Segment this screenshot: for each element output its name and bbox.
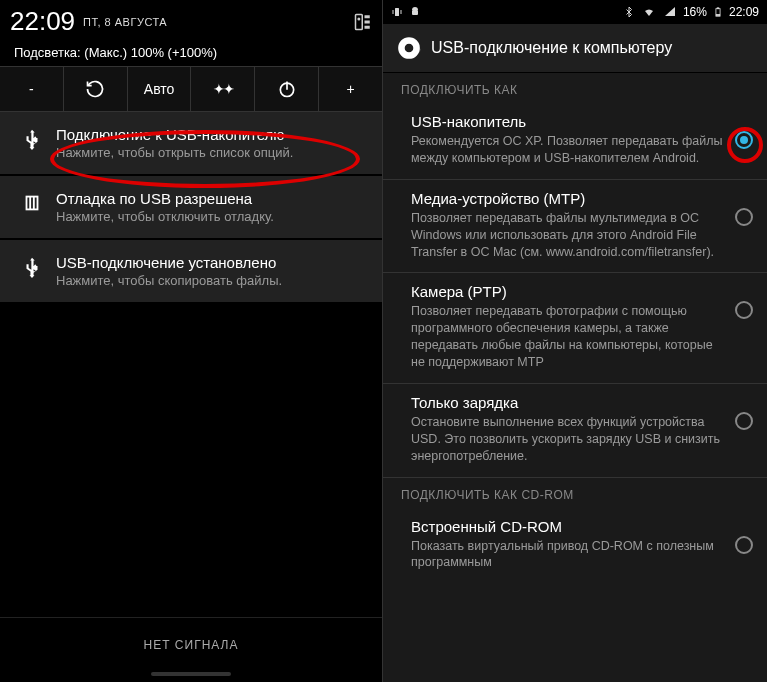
option-title: USB-накопитель: [411, 113, 725, 130]
refresh-button[interactable]: [64, 67, 128, 111]
svg-rect-19: [717, 8, 719, 9]
option-desc: Позволяет передавать фотографии с помощь…: [411, 303, 725, 371]
notification-subtitle: Нажмите, чтобы отключить отладку.: [56, 209, 370, 224]
notification-subtitle: Нажмите, чтобы скопировать файлы.: [56, 273, 370, 288]
wifi-icon: [641, 6, 657, 18]
stars-button[interactable]: ✦✦: [191, 67, 255, 111]
section-header: ПОДКЛЮЧИТЬ КАК: [383, 73, 767, 103]
notification-list: Подключение к USB-накопителю Нажмите, чт…: [0, 112, 382, 302]
svg-rect-14: [412, 10, 418, 15]
option-desc: Позволяет передавать файлы мультимедиа в…: [411, 210, 725, 261]
page-title: USB-подключение к компьютеру: [431, 39, 672, 57]
radio-button[interactable]: [735, 536, 753, 554]
contacts-icon[interactable]: [354, 13, 372, 31]
option-title: Только зарядка: [411, 394, 725, 411]
vibrate-icon: [391, 6, 403, 18]
signal-icon: [663, 6, 677, 18]
svg-rect-10: [35, 198, 37, 209]
battery-percent: 16%: [683, 5, 707, 19]
bluetooth-icon: [623, 5, 635, 19]
radio-button[interactable]: [735, 131, 753, 149]
svg-rect-11: [395, 8, 399, 16]
svg-rect-9: [31, 198, 33, 209]
option-title: Медиа-устройство (MTP): [411, 190, 725, 207]
minus-button[interactable]: -: [0, 67, 64, 111]
svg-rect-2: [365, 15, 370, 18]
notification-item[interactable]: Отладка по USB разрешена Нажмите, чтобы …: [0, 176, 382, 238]
power-icon: [277, 79, 297, 99]
radio-button[interactable]: [735, 208, 753, 226]
option-mtp[interactable]: Медиа-устройство (MTP) Позволяет передав…: [383, 180, 767, 274]
android-icon: [409, 6, 421, 18]
option-desc: Рекомендуется ОС XP. Позволяет передават…: [411, 133, 725, 167]
svg-point-22: [405, 44, 413, 52]
plus-button[interactable]: +: [319, 67, 382, 111]
date-label: ПТ, 8 АВГУСТА: [83, 16, 167, 28]
notification-title: Подключение к USB-накопителю: [56, 126, 370, 143]
radio-button[interactable]: [735, 301, 753, 319]
drag-handle[interactable]: [151, 672, 231, 676]
no-signal-label: НЕТ СИГНАЛА: [0, 617, 382, 672]
usb-icon: [12, 254, 52, 278]
svg-rect-3: [365, 20, 370, 23]
notification-title: USB-подключение установлено: [56, 254, 370, 271]
svg-rect-0: [356, 14, 363, 29]
brightness-line: Подсветка: (Макс.) 100% (+100%): [0, 39, 382, 66]
status-bar-left: 22:09 ПТ, 8 АВГУСТА: [0, 0, 382, 39]
right-phone-settings: 16% 22:09 USB-подключение к компьютеру П…: [383, 0, 767, 682]
option-title: Встроенный CD-ROM: [411, 518, 725, 535]
battery-icon: [713, 5, 723, 19]
auto-button[interactable]: Авто: [128, 67, 192, 111]
left-phone-notification-shade: 22:09 ПТ, 8 АВГУСТА Подсветка: (Макс.) 1…: [0, 0, 383, 682]
gear-icon[interactable]: [395, 34, 423, 62]
power-button[interactable]: [255, 67, 319, 111]
stars-icon: ✦✦: [213, 81, 233, 97]
svg-point-1: [357, 17, 360, 20]
brightness-toolbar: - Авто ✦✦ +: [0, 66, 382, 112]
notification-item[interactable]: USB-подключение установлено Нажмите, что…: [0, 240, 382, 302]
radio-button[interactable]: [735, 412, 753, 430]
svg-rect-8: [27, 198, 29, 209]
notification-title: Отладка по USB разрешена: [56, 190, 370, 207]
option-cdrom[interactable]: Встроенный CD-ROM Показать виртуальный п…: [383, 508, 767, 584]
option-title: Камера (PTP): [411, 283, 725, 300]
svg-rect-4: [365, 25, 370, 28]
section-header: ПОДКЛЮЧИТЬ КАК CD-ROM: [383, 478, 767, 508]
usb-icon: [12, 126, 52, 150]
notification-item[interactable]: Подключение к USB-накопителю Нажмите, чт…: [0, 112, 382, 174]
debug-icon: [12, 190, 52, 214]
option-usb-storage[interactable]: USB-накопитель Рекомендуется ОС XP. Позв…: [383, 103, 767, 180]
refresh-icon: [85, 79, 105, 99]
clock-time: 22:09: [729, 5, 759, 19]
svg-rect-20: [716, 15, 719, 16]
option-desc: Показать виртуальный привод CD-ROM с пол…: [411, 538, 725, 572]
settings-titlebar: USB-подключение к компьютеру: [383, 24, 767, 73]
option-ptp[interactable]: Камера (PTP) Позволяет передавать фотогр…: [383, 273, 767, 384]
notification-subtitle: Нажмите, чтобы открыть список опций.: [56, 145, 370, 160]
status-bar-right: 16% 22:09: [383, 0, 767, 24]
option-charge-only[interactable]: Только зарядка Остановите выполнение все…: [383, 384, 767, 478]
clock-time: 22:09: [10, 6, 75, 37]
svg-marker-17: [665, 7, 675, 16]
option-desc: Остановите выполнение всех функций устро…: [411, 414, 725, 465]
